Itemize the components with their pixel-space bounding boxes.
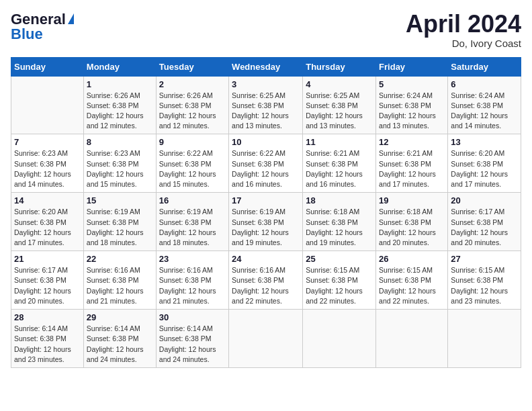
day-info: Sunrise: 6:15 AMSunset: 6:38 PMDaylight:… — [379, 265, 445, 306]
calendar-day-cell: 19Sunrise: 6:18 AMSunset: 6:38 PMDayligh… — [376, 193, 448, 251]
day-info: Sunrise: 6:24 AMSunset: 6:38 PMDaylight:… — [379, 91, 445, 132]
day-info: Sunrise: 6:25 AMSunset: 6:38 PMDaylight:… — [306, 91, 373, 132]
day-number: 11 — [306, 137, 373, 147]
logo-triangle-icon — [68, 13, 74, 24]
day-info: Sunrise: 6:16 AMSunset: 6:38 PMDaylight:… — [87, 265, 153, 306]
calendar-day-cell: 6Sunrise: 6:24 AMSunset: 6:38 PMDaylight… — [448, 76, 521, 134]
calendar-day-cell: 8Sunrise: 6:23 AMSunset: 6:38 PMDaylight… — [83, 134, 156, 193]
day-info: Sunrise: 6:17 AMSunset: 6:38 PMDaylight:… — [451, 207, 518, 248]
logo: General Blue — [11, 11, 74, 43]
calendar-day-cell: 16Sunrise: 6:19 AMSunset: 6:38 PMDayligh… — [156, 193, 228, 251]
day-number: 2 — [159, 79, 226, 89]
calendar-day-cell: 11Sunrise: 6:21 AMSunset: 6:38 PMDayligh… — [303, 134, 376, 193]
weekday-header-cell: Tuesday — [156, 57, 228, 76]
day-number: 15 — [87, 195, 153, 205]
calendar-day-cell: 10Sunrise: 6:22 AMSunset: 6:38 PMDayligh… — [229, 134, 303, 193]
calendar-title-area: April 2024 Do, Ivory Coast — [406, 11, 521, 49]
day-number: 18 — [306, 195, 373, 205]
calendar-day-cell: 1Sunrise: 6:26 AMSunset: 6:38 PMDaylight… — [83, 76, 156, 134]
day-info: Sunrise: 6:20 AMSunset: 6:38 PMDaylight:… — [14, 207, 81, 248]
day-number: 23 — [159, 254, 226, 264]
day-info: Sunrise: 6:23 AMSunset: 6:38 PMDaylight:… — [87, 148, 153, 189]
calendar-day-cell: 22Sunrise: 6:16 AMSunset: 6:38 PMDayligh… — [83, 251, 156, 310]
month-title: April 2024 — [406, 11, 521, 38]
day-number: 22 — [87, 254, 153, 264]
day-number: 4 — [306, 79, 373, 89]
calendar-day-cell — [229, 310, 303, 368]
calendar-day-cell: 17Sunrise: 6:19 AMSunset: 6:38 PMDayligh… — [229, 193, 303, 251]
day-number: 17 — [232, 195, 300, 205]
day-number: 9 — [159, 137, 226, 147]
day-info: Sunrise: 6:17 AMSunset: 6:38 PMDaylight:… — [14, 265, 81, 306]
calendar-day-cell: 20Sunrise: 6:17 AMSunset: 6:38 PMDayligh… — [448, 193, 521, 251]
day-info: Sunrise: 6:20 AMSunset: 6:38 PMDaylight:… — [451, 148, 518, 189]
day-number: 26 — [379, 254, 445, 264]
calendar-day-cell: 5Sunrise: 6:24 AMSunset: 6:38 PMDaylight… — [376, 76, 448, 134]
calendar-day-cell: 30Sunrise: 6:14 AMSunset: 6:38 PMDayligh… — [156, 310, 228, 368]
calendar-day-cell: 15Sunrise: 6:19 AMSunset: 6:38 PMDayligh… — [83, 193, 156, 251]
day-info: Sunrise: 6:14 AMSunset: 6:38 PMDaylight:… — [14, 324, 81, 365]
day-number: 20 — [451, 195, 518, 205]
day-info: Sunrise: 6:19 AMSunset: 6:38 PMDaylight:… — [232, 207, 300, 248]
day-info: Sunrise: 6:14 AMSunset: 6:38 PMDaylight:… — [87, 324, 153, 365]
calendar-day-cell: 27Sunrise: 6:15 AMSunset: 6:38 PMDayligh… — [448, 251, 521, 310]
day-number: 3 — [232, 79, 300, 89]
weekday-header-cell: Monday — [83, 57, 156, 76]
day-number: 13 — [451, 137, 518, 147]
day-number: 14 — [14, 195, 81, 205]
calendar-week-row: 21Sunrise: 6:17 AMSunset: 6:38 PMDayligh… — [11, 251, 521, 310]
calendar-day-cell: 3Sunrise: 6:25 AMSunset: 6:38 PMDaylight… — [229, 76, 303, 134]
day-info: Sunrise: 6:25 AMSunset: 6:38 PMDaylight:… — [232, 91, 300, 132]
logo-blue: Blue — [11, 26, 43, 43]
day-info: Sunrise: 6:23 AMSunset: 6:38 PMDaylight:… — [14, 148, 81, 189]
day-info: Sunrise: 6:21 AMSunset: 6:38 PMDaylight:… — [379, 148, 445, 189]
calendar-week-row: 1Sunrise: 6:26 AMSunset: 6:38 PMDaylight… — [11, 76, 521, 134]
calendar-day-cell: 7Sunrise: 6:23 AMSunset: 6:38 PMDaylight… — [11, 134, 84, 193]
day-info: Sunrise: 6:18 AMSunset: 6:38 PMDaylight:… — [306, 207, 373, 248]
calendar-day-cell: 26Sunrise: 6:15 AMSunset: 6:38 PMDayligh… — [376, 251, 448, 310]
calendar-day-cell — [448, 310, 521, 368]
weekday-header-row: SundayMondayTuesdayWednesdayThursdayFrid… — [11, 57, 521, 76]
calendar-day-cell: 9Sunrise: 6:22 AMSunset: 6:38 PMDaylight… — [156, 134, 228, 193]
day-number: 30 — [159, 312, 226, 322]
calendar-day-cell: 23Sunrise: 6:16 AMSunset: 6:38 PMDayligh… — [156, 251, 228, 310]
day-number: 8 — [87, 137, 153, 147]
calendar-day-cell — [11, 76, 84, 134]
location-title: Do, Ivory Coast — [406, 38, 521, 49]
day-number: 29 — [87, 312, 153, 322]
calendar-day-cell: 29Sunrise: 6:14 AMSunset: 6:38 PMDayligh… — [83, 310, 156, 368]
day-info: Sunrise: 6:24 AMSunset: 6:38 PMDaylight:… — [451, 91, 518, 132]
weekday-header-cell: Friday — [376, 57, 448, 76]
day-info: Sunrise: 6:19 AMSunset: 6:38 PMDaylight:… — [87, 207, 153, 248]
calendar-day-cell: 2Sunrise: 6:26 AMSunset: 6:38 PMDaylight… — [156, 76, 228, 134]
day-info: Sunrise: 6:18 AMSunset: 6:38 PMDaylight:… — [379, 207, 445, 248]
day-number: 25 — [306, 254, 373, 264]
day-number: 6 — [451, 79, 518, 89]
day-number: 10 — [232, 137, 300, 147]
calendar-week-row: 7Sunrise: 6:23 AMSunset: 6:38 PMDaylight… — [11, 134, 521, 193]
day-number: 16 — [159, 195, 226, 205]
day-number: 19 — [379, 195, 445, 205]
calendar-day-cell: 21Sunrise: 6:17 AMSunset: 6:38 PMDayligh… — [11, 251, 84, 310]
calendar-day-cell: 13Sunrise: 6:20 AMSunset: 6:38 PMDayligh… — [448, 134, 521, 193]
calendar-day-cell: 12Sunrise: 6:21 AMSunset: 6:38 PMDayligh… — [376, 134, 448, 193]
day-number: 7 — [14, 137, 81, 147]
calendar-week-row: 28Sunrise: 6:14 AMSunset: 6:38 PMDayligh… — [11, 310, 521, 368]
day-number: 5 — [379, 79, 445, 89]
day-number: 21 — [14, 254, 81, 264]
day-number: 24 — [232, 254, 300, 264]
calendar-week-row: 14Sunrise: 6:20 AMSunset: 6:38 PMDayligh… — [11, 193, 521, 251]
calendar-day-cell: 24Sunrise: 6:16 AMSunset: 6:38 PMDayligh… — [229, 251, 303, 310]
weekday-header-cell: Sunday — [11, 57, 84, 76]
calendar-day-cell: 14Sunrise: 6:20 AMSunset: 6:38 PMDayligh… — [11, 193, 84, 251]
calendar-day-cell: 4Sunrise: 6:25 AMSunset: 6:38 PMDaylight… — [303, 76, 376, 134]
day-info: Sunrise: 6:15 AMSunset: 6:38 PMDaylight:… — [451, 265, 518, 306]
calendar-day-cell: 18Sunrise: 6:18 AMSunset: 6:38 PMDayligh… — [303, 193, 376, 251]
calendar-day-cell: 25Sunrise: 6:15 AMSunset: 6:38 PMDayligh… — [303, 251, 376, 310]
day-number: 27 — [451, 254, 518, 264]
weekday-header-cell: Thursday — [303, 57, 376, 76]
calendar-table: SundayMondayTuesdayWednesdayThursdayFrid… — [11, 57, 521, 368]
calendar-day-cell — [376, 310, 448, 368]
day-info: Sunrise: 6:21 AMSunset: 6:38 PMDaylight:… — [306, 148, 373, 189]
calendar-day-cell — [303, 310, 376, 368]
